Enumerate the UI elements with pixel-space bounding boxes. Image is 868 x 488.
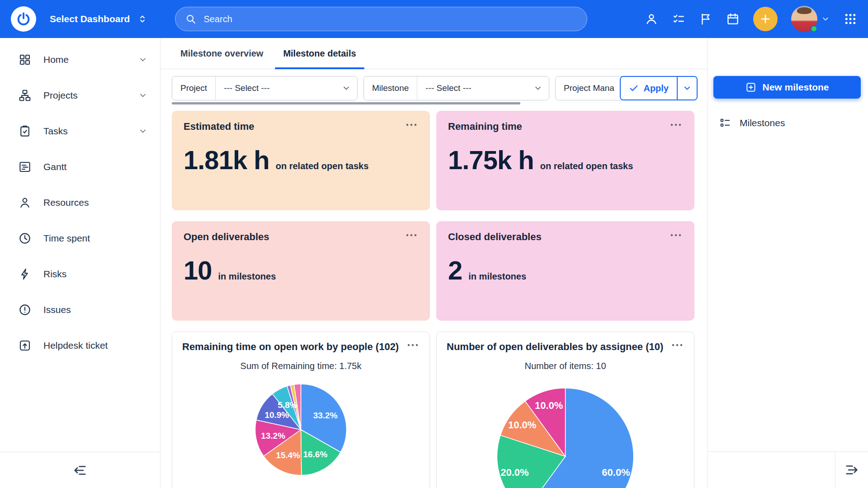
calendar-icon[interactable] bbox=[726, 12, 740, 26]
card-menu-button[interactable] bbox=[405, 231, 418, 239]
select-value: --- Select --- bbox=[425, 83, 471, 93]
card-menu-button[interactable] bbox=[406, 341, 420, 349]
sidebar-item-gantt[interactable]: Gantt bbox=[0, 149, 160, 185]
header-actions bbox=[645, 6, 857, 32]
clock-icon bbox=[18, 232, 32, 245]
chevron-down-icon[interactable] bbox=[138, 91, 147, 100]
kpi-card-open-deliverables: Open deliverables 10 in milestones bbox=[172, 221, 430, 321]
lightning-icon bbox=[18, 267, 32, 281]
kpi-card-closed-deliverables: Closed deliverables 2 in milestones bbox=[436, 221, 694, 321]
sidebar-footer bbox=[0, 452, 160, 488]
tab-milestone-overview[interactable]: Milestone overview bbox=[172, 38, 271, 69]
pie-slice-label: 16.6% bbox=[303, 450, 327, 459]
chart-card-remaining-time-by-people: Remaining time on open work by people (1… bbox=[172, 332, 430, 488]
chart-grid: Remaining time on open work by people (1… bbox=[172, 332, 698, 488]
right-panel-footer bbox=[708, 451, 868, 488]
chart-subtitle: Number of items: 10 bbox=[447, 361, 684, 371]
resources-icon bbox=[18, 196, 32, 209]
chart-card-deliverables-by-assignee: Number of open deliverables by assignee … bbox=[436, 332, 694, 488]
tasks-icon bbox=[18, 124, 32, 138]
sidebar-item-home[interactable]: Home bbox=[0, 42, 160, 77]
kpi-value: 10 bbox=[184, 257, 212, 284]
kpi-caption: on related open tasks bbox=[276, 161, 369, 171]
milestone-list-icon bbox=[719, 117, 731, 129]
kpi-caption: in milestones bbox=[218, 271, 276, 282]
tab-milestone-details[interactable]: Milestone details bbox=[275, 38, 364, 69]
main-area: Milestone overview Milestone details Pro… bbox=[160, 38, 708, 488]
chevron-down-icon bbox=[821, 14, 830, 24]
flag-icon[interactable] bbox=[699, 12, 712, 26]
add-button[interactable] bbox=[753, 7, 778, 31]
avatar[interactable] bbox=[791, 6, 817, 32]
sidebar-item-issues[interactable]: Issues bbox=[0, 292, 160, 327]
chart-subtitle: Sum of Remaining time: 1.75k bbox=[182, 361, 420, 371]
chart-title: Remaining time on open work by people (1… bbox=[182, 341, 399, 353]
chevron-down-icon bbox=[342, 84, 351, 93]
expand-panel-icon[interactable] bbox=[844, 462, 859, 478]
sidebar-item-projects[interactable]: Projects bbox=[0, 77, 160, 113]
search-icon bbox=[185, 14, 196, 24]
sidebar-item-time-spent[interactable]: Time spent bbox=[0, 220, 160, 256]
kpi-title: Remaining time bbox=[448, 121, 522, 133]
pie-chart-deliverables: 60.0%20.0%10.0%10.0% bbox=[447, 373, 684, 488]
search-input[interactable] bbox=[203, 14, 577, 25]
sidebar-nav: Home Projects Tasks bbox=[0, 38, 160, 363]
ellipsis-icon bbox=[406, 123, 417, 127]
sidebar-item-label: Projects bbox=[43, 90, 127, 101]
user-menu[interactable] bbox=[791, 6, 830, 32]
sidebar-item-resources[interactable]: Resources bbox=[0, 185, 160, 220]
sidebar: Home Projects Tasks bbox=[0, 38, 160, 488]
panel-item-label: Milestones bbox=[740, 118, 785, 128]
new-milestone-button[interactable]: New milestone bbox=[713, 76, 861, 99]
panel-item-milestones[interactable]: Milestones bbox=[713, 113, 861, 133]
kpi-caption: in milestones bbox=[468, 271, 526, 282]
project-select[interactable]: --- Select --- bbox=[216, 76, 357, 100]
ellipsis-icon bbox=[407, 343, 419, 347]
apps-grid-icon[interactable] bbox=[844, 12, 857, 26]
pie-slice-label: 13.2% bbox=[261, 431, 285, 441]
card-menu-button[interactable] bbox=[669, 121, 683, 129]
sidebar-item-label: Helpdesk ticket bbox=[43, 340, 147, 351]
pie-slice-label: 15.4% bbox=[276, 450, 300, 460]
card-menu-button[interactable] bbox=[670, 341, 684, 349]
sidebar-item-label: Time spent bbox=[43, 233, 147, 244]
sidebar-item-label: Home bbox=[43, 54, 127, 65]
home-icon bbox=[18, 53, 32, 66]
checklist-icon[interactable] bbox=[672, 12, 685, 26]
chevron-down-icon bbox=[533, 84, 542, 93]
apply-button[interactable]: Apply bbox=[621, 77, 677, 99]
filter-label: Project Mana bbox=[564, 83, 614, 93]
apply-dropdown-button[interactable] bbox=[677, 77, 697, 99]
card-menu-button[interactable] bbox=[669, 231, 683, 239]
sidebar-item-label: Tasks bbox=[43, 126, 127, 137]
gantt-icon bbox=[18, 160, 32, 174]
chart-title: Number of open deliverables by assignee … bbox=[447, 341, 663, 353]
filter-bar: Project --- Select --- Milestone --- Sel… bbox=[172, 76, 698, 100]
page-layout: Home Projects Tasks bbox=[0, 38, 868, 488]
app-logo[interactable] bbox=[11, 6, 36, 32]
sidebar-item-helpdesk-ticket[interactable]: Helpdesk ticket bbox=[0, 327, 160, 363]
milestone-select[interactable]: --- Select --- bbox=[417, 76, 549, 100]
sidebar-item-tasks[interactable]: Tasks bbox=[0, 113, 160, 149]
sidebar-item-label: Issues bbox=[43, 304, 147, 315]
ellipsis-icon bbox=[670, 123, 682, 127]
unfold-icon bbox=[137, 14, 148, 24]
dashboard-selector[interactable]: Select Dashboard bbox=[50, 14, 148, 24]
pie-slice-label: 5.8% bbox=[278, 400, 297, 410]
chevron-down-icon[interactable] bbox=[138, 127, 147, 136]
search-bar[interactable] bbox=[175, 7, 587, 31]
ellipsis-icon bbox=[406, 233, 417, 237]
filter-project: Project --- Select --- bbox=[172, 76, 358, 100]
ellipsis-icon bbox=[670, 233, 682, 237]
kpi-card-remaining-time: Remaining time 1.75k h on related open t… bbox=[436, 111, 694, 210]
helpdesk-icon bbox=[18, 339, 32, 352]
chevron-down-icon[interactable] bbox=[138, 55, 147, 64]
horizontal-scrollbar[interactable] bbox=[172, 102, 520, 104]
plus-icon bbox=[759, 13, 772, 25]
collapse-sidebar-icon[interactable] bbox=[72, 463, 88, 478]
card-menu-button[interactable] bbox=[405, 121, 418, 129]
sidebar-item-risks[interactable]: Risks bbox=[0, 256, 160, 292]
expand-panel-box bbox=[835, 452, 868, 488]
pie-slice-label: 20.0% bbox=[500, 467, 528, 478]
user-icon[interactable] bbox=[645, 12, 658, 26]
